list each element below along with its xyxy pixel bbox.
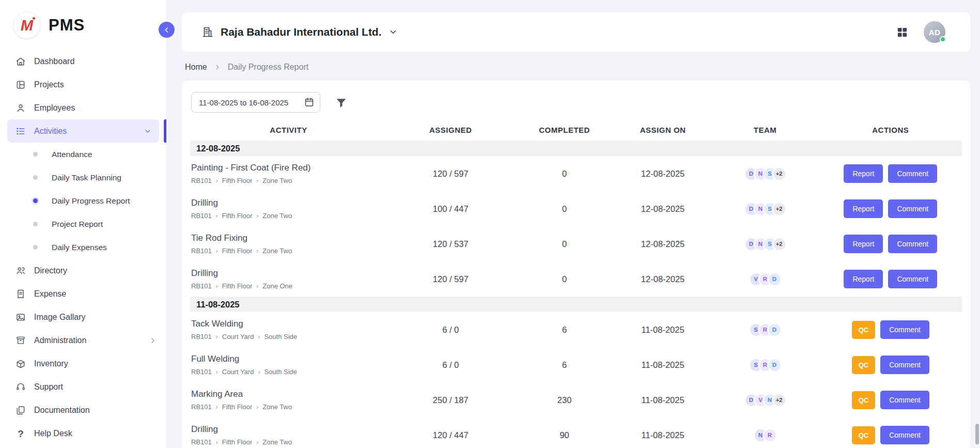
table-row: Painting - First Coat (Fire Red) RB101Fi… xyxy=(190,156,962,191)
sidebar-subitem-label: Daily Progress Report xyxy=(52,196,130,206)
activity-path: RB101Fifth FloorZone Two xyxy=(191,438,384,446)
activity-path: RB101Court YardSouth Side xyxy=(191,333,384,341)
logo-letter: M xyxy=(21,18,33,33)
completed-value: 0 xyxy=(514,239,614,249)
date-range-input[interactable] xyxy=(191,92,320,113)
path-zone: Zone Two xyxy=(262,212,292,220)
qc-button[interactable]: QC xyxy=(852,321,876,339)
comment-button[interactable]: Comment xyxy=(880,391,929,409)
report-button[interactable]: Report xyxy=(844,235,883,253)
pms-logo-icon: M xyxy=(13,12,40,39)
breadcrumb-home[interactable]: Home xyxy=(185,63,207,72)
team-more-badge[interactable]: +2 xyxy=(772,167,786,181)
sidebar-item-projects[interactable]: Projects xyxy=(0,73,166,96)
team-avatar[interactable]: D xyxy=(768,272,782,286)
comment-button[interactable]: Comment xyxy=(888,235,937,253)
path-floor: Fifth Floor xyxy=(222,177,263,184)
team-avatar[interactable]: D xyxy=(768,358,782,372)
sidebar-subitem-project-report[interactable]: Project Report xyxy=(0,212,166,236)
sidebar-collapse-button[interactable] xyxy=(159,22,175,38)
question-mark-icon: ? xyxy=(15,428,26,439)
top-header-bar: Raja Bahadur International Ltd. AD xyxy=(182,12,970,52)
path-zone: South Side xyxy=(264,333,297,341)
sidebar-subitem-label: Daily Expenses xyxy=(52,243,107,252)
chevron-down-icon xyxy=(144,127,152,135)
team-avatars: D N S +2 xyxy=(711,167,819,181)
activity-title: Tack Welding xyxy=(191,319,384,329)
comment-button[interactable]: Comment xyxy=(880,320,929,339)
sidebar-item-help-desk[interactable]: ? Help Desk xyxy=(0,422,166,445)
team-avatar[interactable]: R xyxy=(763,428,777,442)
sidebar-item-inventory[interactable]: Inventory xyxy=(0,352,166,375)
sidebar-item-administration[interactable]: Administration xyxy=(0,329,166,352)
team-more-badge[interactable]: +2 xyxy=(772,237,786,251)
box-icon xyxy=(15,359,26,369)
group-date: 12-08-2025 xyxy=(196,144,240,153)
qc-button[interactable]: QC xyxy=(852,356,876,374)
activity-title: Tie Rod Fixing xyxy=(191,233,384,243)
sidebar-item-support[interactable]: Support xyxy=(0,375,166,398)
scrollbar-thumb[interactable] xyxy=(975,424,979,444)
comment-button[interactable]: Comment xyxy=(888,164,937,183)
company-name: Raja Bahadur International Ltd. xyxy=(221,26,382,38)
completed-value: 0 xyxy=(514,204,614,214)
path-zone: Zone Two xyxy=(262,247,292,255)
table-row: Drilling RB101Fifth FloorZone One 120 / … xyxy=(190,261,962,297)
user-avatar[interactable]: AD xyxy=(924,21,945,43)
report-button[interactable]: Report xyxy=(844,199,883,218)
col-header-actions: ACTIONS xyxy=(819,126,962,134)
activity-title: Drilling xyxy=(191,268,384,279)
comment-button[interactable]: Comment xyxy=(880,356,929,374)
qc-button[interactable]: QC xyxy=(852,426,876,444)
path-zone: Zone Two xyxy=(262,177,292,184)
table-header-row: ACTIVITY ASSIGNED COMPLETED ASSIGN ON TE… xyxy=(190,119,962,141)
team-more-badge[interactable]: +2 xyxy=(772,202,786,216)
sidebar-item-documentation[interactable]: Documentation xyxy=(0,398,166,422)
qc-button[interactable]: QC xyxy=(852,391,876,409)
sidebar-item-label: Help Desk xyxy=(34,429,72,438)
sidebar-subitem-daily-task-planning[interactable]: Daily Task Planning xyxy=(0,166,166,189)
team-more-badge[interactable]: +2 xyxy=(772,393,786,407)
completed-value: 0 xyxy=(514,169,614,179)
team-avatar[interactable]: D xyxy=(768,323,782,337)
people-icon xyxy=(15,266,26,276)
sidebar-subitem-daily-progress-report[interactable]: Daily Progress Report xyxy=(0,189,166,212)
assigned-value: 100 / 447 xyxy=(387,204,515,214)
sidebar-item-image-gallery[interactable]: Image Gallary xyxy=(0,305,166,329)
sidebar-subitem-daily-expenses[interactable]: Daily Expenses xyxy=(0,236,166,259)
activity-path: RB101Fifth FloorZone Two xyxy=(191,403,384,411)
completed-value: 6 xyxy=(514,325,614,335)
activity-path: RB101Fifth FloorZone Two xyxy=(191,177,384,184)
report-button[interactable]: Report xyxy=(844,164,883,183)
row-actions: QC Comment xyxy=(819,356,962,374)
sidebar-item-dashboard[interactable]: Dashboard xyxy=(0,50,166,73)
sidebar-item-activities[interactable]: Activities xyxy=(7,119,159,143)
comment-button[interactable]: Comment xyxy=(888,270,937,288)
sidebar-subitem-attendance[interactable]: Attendance xyxy=(0,143,166,166)
path-project: RB101 xyxy=(191,368,222,376)
assign-on-value: 11-08-2025 xyxy=(615,325,711,335)
sidebar-item-expense[interactable]: Expense xyxy=(0,282,166,305)
team-avatars: D N S +2 xyxy=(711,202,819,216)
team-avatars: D V N +2 xyxy=(711,393,819,407)
apps-grid-icon[interactable] xyxy=(896,26,908,38)
company-selector[interactable]: Raja Bahadur International Ltd. xyxy=(201,26,398,38)
sidebar-subitem-label: Daily Task Planning xyxy=(52,173,121,182)
path-floor: Court Yard xyxy=(222,368,265,376)
row-actions: Report Comment xyxy=(819,199,962,218)
home-icon xyxy=(15,56,26,67)
filter-funnel-icon[interactable] xyxy=(335,96,348,109)
chevron-right-icon xyxy=(149,336,157,345)
sidebar-item-directory[interactable]: Directory xyxy=(0,259,166,282)
comment-button[interactable]: Comment xyxy=(880,426,929,444)
sidebar-item-employees[interactable]: Employees xyxy=(0,96,166,119)
sidebar-item-label: Employees xyxy=(34,103,75,113)
report-button[interactable]: Report xyxy=(844,270,883,288)
path-zone: South Side xyxy=(264,368,297,376)
sidebar-item-label: Administration xyxy=(34,336,86,345)
chevron-right-icon xyxy=(214,64,221,71)
comment-button[interactable]: Comment xyxy=(888,199,937,218)
assigned-value: 120 / 537 xyxy=(387,239,515,249)
calendar-icon[interactable] xyxy=(304,97,315,107)
assign-on-value: 12-08-2025 xyxy=(615,239,711,249)
